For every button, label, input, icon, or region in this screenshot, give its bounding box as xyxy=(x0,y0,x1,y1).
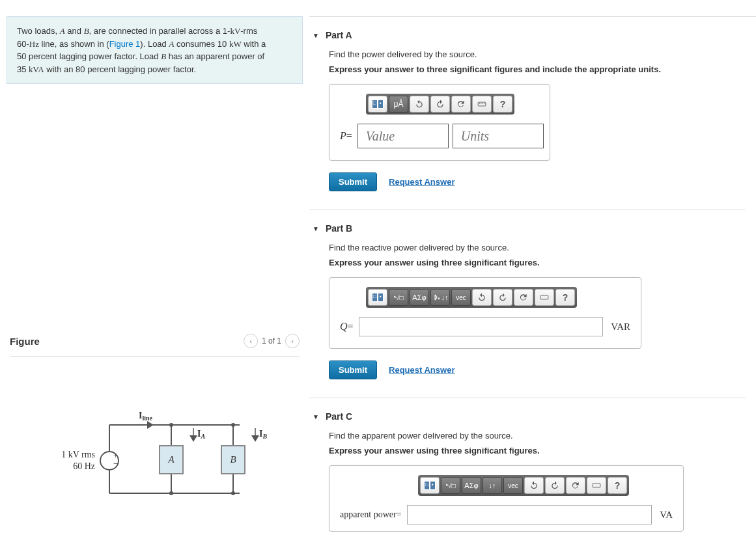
templates-button[interactable]: □▪ xyxy=(420,477,440,494)
instruction-text: Express your answer using three signific… xyxy=(329,258,746,267)
math-button[interactable]: ⁿ√□ xyxy=(441,477,460,494)
svg-text:A: A xyxy=(167,454,175,465)
svg-point-17 xyxy=(231,491,235,495)
help-button[interactable]: ? xyxy=(555,289,575,306)
svg-text:1 kV rms: 1 kV rms xyxy=(61,450,95,459)
figure-next-button[interactable]: › xyxy=(285,334,300,348)
greek-button[interactable]: ΑΣφ xyxy=(462,477,481,494)
question-text: Find the power delivered by the source. xyxy=(329,49,746,59)
svg-rect-33 xyxy=(593,483,600,487)
vector-button[interactable]: vec xyxy=(503,477,523,494)
undo-button[interactable] xyxy=(410,96,429,113)
figure-link[interactable]: Figure 1 xyxy=(109,39,141,49)
undo-button[interactable] xyxy=(472,289,492,306)
svg-rect-31 xyxy=(484,103,484,104)
question-text: Find the apparent power delivered by the… xyxy=(329,431,746,441)
request-answer-link[interactable]: Request Answer xyxy=(389,177,455,187)
help-button[interactable]: ? xyxy=(608,477,627,494)
problem-statement: Two loads, A and B, are connected in par… xyxy=(7,16,303,84)
svg-text:−: − xyxy=(113,459,119,469)
instruction-text: Express your answer using three signific… xyxy=(329,446,746,456)
redo-button[interactable] xyxy=(545,477,565,494)
svg-text:IB: IB xyxy=(259,429,267,440)
keyboard-button[interactable] xyxy=(472,96,492,113)
redo-button[interactable] xyxy=(493,289,512,306)
instruction-text: Express your answer to three significant… xyxy=(329,64,746,74)
svg-point-14 xyxy=(169,423,173,427)
part-title: Part B xyxy=(326,223,352,234)
svg-text:Iline: Iline xyxy=(139,411,153,422)
svg-rect-32 xyxy=(540,295,548,299)
answer-toolbar: □▪ ⁿ√□ ΑΣφ ↓↑ vec ? xyxy=(418,475,629,496)
request-answer-link[interactable]: Request Answer xyxy=(389,365,455,375)
svg-rect-29 xyxy=(481,103,481,104)
part-b: ▼ Part B Find the reactive power deliver… xyxy=(309,210,746,398)
undo-button[interactable] xyxy=(524,477,544,494)
part-title: Part A xyxy=(326,30,352,40)
keyboard-button[interactable] xyxy=(535,289,554,306)
part-a: ▼ Part A Find the power delivered by the… xyxy=(309,17,746,210)
variable-label: P = xyxy=(340,124,357,148)
units-input[interactable] xyxy=(453,124,544,148)
figure-counter: 1 of 1 xyxy=(262,336,281,346)
keyboard-button[interactable] xyxy=(587,477,606,494)
variable-label: apparent power = xyxy=(340,505,407,524)
reset-button[interactable] xyxy=(451,96,471,113)
svg-point-16 xyxy=(231,423,235,427)
math-button[interactable]: ⁿ√□ xyxy=(389,289,408,306)
units-button[interactable]: μÅ xyxy=(389,96,408,113)
svg-text:IA: IA xyxy=(197,429,205,440)
collapse-icon[interactable]: ▼ xyxy=(313,32,319,39)
figure-prev-button[interactable]: ‹ xyxy=(244,334,258,348)
part-title: Part C xyxy=(326,411,352,422)
svg-text:60 Hz: 60 Hz xyxy=(73,461,95,471)
collapse-icon[interactable]: ▼ xyxy=(313,225,319,232)
redo-button[interactable] xyxy=(430,96,450,113)
part-c: ▼ Part C Find the apparent power deliver… xyxy=(309,398,746,532)
question-text: Find the reactive power delivered by the… xyxy=(329,243,746,252)
answer-toolbar: □▪ μÅ ? xyxy=(366,94,514,115)
value-input[interactable] xyxy=(357,124,449,148)
collapse-icon[interactable]: ▼ xyxy=(313,413,319,420)
figure-nav: ‹ 1 of 1 › xyxy=(244,334,300,348)
submit-button[interactable]: Submit xyxy=(329,172,377,191)
figure-title: Figure xyxy=(10,336,40,347)
help-button[interactable]: ? xyxy=(493,96,512,113)
svg-rect-30 xyxy=(483,103,483,104)
svg-text:B: B xyxy=(230,454,236,465)
vector-button[interactable]: vec xyxy=(451,289,471,306)
subscript-button[interactable]: ↓↑ xyxy=(483,477,502,494)
subscript-button[interactable]: ↓↑ xyxy=(430,289,450,306)
svg-point-15 xyxy=(169,491,173,495)
unit-suffix: VAR xyxy=(603,317,630,336)
greek-button[interactable]: ΑΣφ xyxy=(410,289,429,306)
unit-suffix: VA xyxy=(652,505,673,524)
templates-button[interactable]: □▪ xyxy=(368,96,387,113)
submit-button[interactable]: Submit xyxy=(329,360,377,379)
templates-button[interactable]: □▪ xyxy=(368,289,387,306)
value-input[interactable] xyxy=(359,317,604,336)
variable-label: Q = xyxy=(340,317,359,336)
svg-rect-28 xyxy=(479,103,480,104)
circuit-diagram: 1 kV rms 60 Hz + − Iline IA IB A B xyxy=(25,392,285,510)
value-input[interactable] xyxy=(407,505,652,524)
answer-toolbar: □▪ ⁿ√□ ΑΣφ ↓↑ vec ? xyxy=(366,287,577,308)
reset-button[interactable] xyxy=(514,289,533,306)
reset-button[interactable] xyxy=(566,477,585,494)
